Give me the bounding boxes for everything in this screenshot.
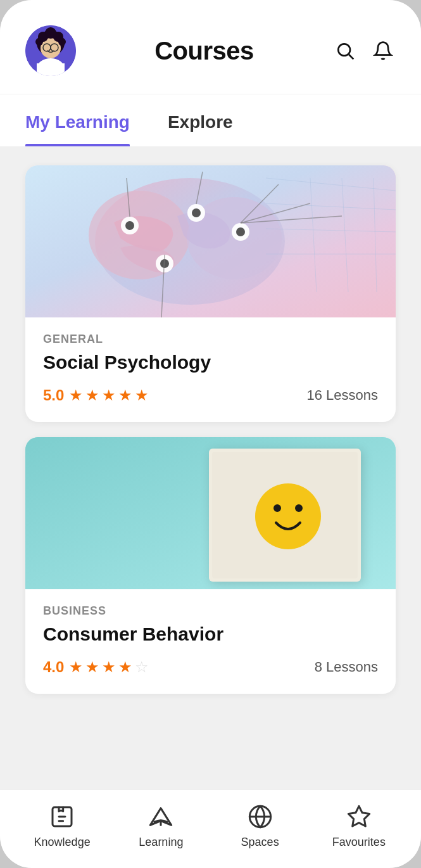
main-content: GENERAL Social Psychology 5.0 ★ ★ ★ ★ ★ <box>0 146 421 789</box>
svg-marker-50 <box>348 806 369 826</box>
favourites-icon <box>345 803 373 831</box>
phone-frame: Courses My Learning <box>0 0 421 868</box>
app-container: Courses My Learning <box>0 0 421 868</box>
course-image-brain <box>25 165 396 317</box>
svg-point-24 <box>236 227 245 236</box>
bottom-nav: Knowledge Learning <box>0 789 421 868</box>
tab-my-learning[interactable]: My Learning <box>25 94 130 146</box>
lesson-count: 16 Lessons <box>306 387 378 404</box>
course-category: BUSINESS <box>43 604 378 618</box>
favourites-label: Favourites <box>332 836 386 849</box>
course-title: Consumer Behavior <box>43 623 378 646</box>
tabs-container: My Learning Explore <box>0 94 421 146</box>
rating-score: 4.0 <box>43 658 64 676</box>
stars: ★ ★ ★ ★ ☆ <box>69 658 149 676</box>
svg-point-44 <box>273 504 281 512</box>
course-info-social-psychology: GENERAL Social Psychology 5.0 ★ ★ ★ ★ ★ <box>25 317 396 422</box>
learning-icon <box>147 803 175 831</box>
svg-line-14 <box>349 54 353 59</box>
header: Courses <box>0 0 421 94</box>
svg-point-20 <box>125 221 134 230</box>
svg-point-12 <box>58 38 66 46</box>
svg-point-13 <box>338 44 350 56</box>
learning-label: Learning <box>139 836 183 849</box>
stars: ★ ★ ★ ★ ★ <box>69 386 149 404</box>
spaces-label: Spaces <box>241 836 279 849</box>
course-card-social-psychology[interactable]: GENERAL Social Psychology 5.0 ★ ★ ★ ★ ★ <box>25 165 396 422</box>
nav-item-spaces[interactable]: Spaces <box>211 803 310 849</box>
course-rating: 4.0 ★ ★ ★ ★ ☆ <box>43 658 149 676</box>
course-card-consumer-behavior[interactable]: BUSINESS Consumer Behavior 4.0 ★ ★ ★ ★ ☆ <box>25 437 396 694</box>
svg-point-45 <box>295 504 303 512</box>
nav-item-learning[interactable]: Learning <box>111 803 210 849</box>
svg-point-43 <box>255 483 321 549</box>
course-info-consumer-behavior: BUSINESS Consumer Behavior 4.0 ★ ★ ★ ★ ☆ <box>25 589 396 694</box>
header-actions <box>332 38 396 63</box>
lesson-count: 8 Lessons <box>315 659 378 675</box>
nav-item-favourites[interactable]: Favourites <box>310 803 408 849</box>
page-title: Courses <box>154 37 254 65</box>
notification-button[interactable] <box>370 38 396 63</box>
avatar[interactable] <box>25 25 76 76</box>
knowledge-icon <box>48 803 76 831</box>
knowledge-label: Knowledge <box>34 836 91 849</box>
course-meta: 5.0 ★ ★ ★ ★ ★ 16 Lessons <box>43 386 378 404</box>
course-category: GENERAL <box>43 333 378 346</box>
course-rating: 5.0 ★ ★ ★ ★ ★ <box>43 386 149 404</box>
svg-rect-7 <box>37 63 65 76</box>
course-image-smiley <box>25 437 396 589</box>
course-meta: 4.0 ★ ★ ★ ★ ☆ 8 Lessons <box>43 658 378 676</box>
tab-explore[interactable]: Explore <box>168 94 233 146</box>
search-button[interactable] <box>332 38 358 63</box>
rating-score: 5.0 <box>43 386 64 404</box>
course-title: Social Psychology <box>43 351 378 374</box>
nav-item-knowledge[interactable]: Knowledge <box>13 803 111 849</box>
svg-point-11 <box>35 38 43 46</box>
spaces-icon <box>246 803 274 831</box>
svg-point-22 <box>192 208 201 217</box>
